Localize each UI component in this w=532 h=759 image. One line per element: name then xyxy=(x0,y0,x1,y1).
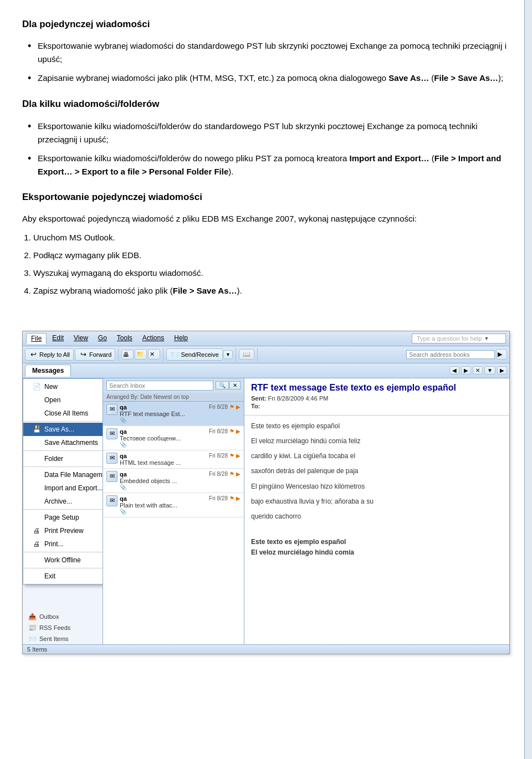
send-receive-arrow[interactable]: ▼ xyxy=(223,350,233,359)
msg-sender-3: qa xyxy=(120,453,127,459)
search-go-button[interactable]: 🔍 xyxy=(216,381,229,389)
msg-header-1: qa Fri 8/28 ⚑ ▶ xyxy=(120,404,241,411)
menu-edit[interactable]: Edit xyxy=(48,333,68,344)
send-receive-dropdown[interactable]: 📨 Send/Receive ▼ xyxy=(166,348,232,361)
dd-data-file-mgmt[interactable]: Data File Management... xyxy=(23,468,103,481)
menu-actions[interactable]: Actions xyxy=(138,333,168,344)
search-inbox-bar: 🔍 ✕ xyxy=(103,378,244,393)
dd-sep-3 xyxy=(23,466,103,467)
search-clear-button[interactable]: ✕ xyxy=(229,381,241,389)
page-setup-icon xyxy=(32,513,41,522)
dd-page-setup-label: Page Setup xyxy=(44,514,79,521)
msg-to: To: xyxy=(251,403,503,409)
heading-single: Dla pojedynczej wiadomości xyxy=(22,17,510,32)
nav-folder-list: 📤 Outbox 📰 RSS Feeds 📨 Sent Items xyxy=(23,611,103,644)
forward-label: Forward xyxy=(89,351,111,358)
forward-button[interactable]: ↪ Forward xyxy=(75,348,115,361)
msg-icon-4: ✉ xyxy=(106,471,117,482)
dd-save-attachments-left: Save Attachments xyxy=(32,438,98,447)
step-2: Podłącz wymagany plik EDB. xyxy=(33,249,510,262)
msg-content-2: qa Fri 8/28 ⚑ ▶ Тестовое сообщени... 📎 xyxy=(120,428,241,448)
dd-new[interactable]: 📄 New ▶ xyxy=(23,380,103,393)
tab-icon-2[interactable]: ▶ xyxy=(461,366,471,375)
dd-save-as[interactable]: 💾 Save As... xyxy=(23,423,103,436)
msg-sender-4: qa xyxy=(120,471,127,478)
dd-exit[interactable]: Exit xyxy=(23,570,103,583)
search-address-input[interactable] xyxy=(409,351,481,358)
dd-import-export[interactable]: Import and Export... xyxy=(23,481,103,495)
tab-icon-4[interactable]: ▼ xyxy=(484,366,495,375)
message-item-5[interactable]: ✉ qa Fri 8/28 ⚑ ▶ Plain text with attac.… xyxy=(103,493,244,517)
menu-view[interactable]: View xyxy=(69,333,93,344)
msg-header-right-3: Fri 8/28 ⚑ ▶ xyxy=(209,453,241,459)
tb-icon-3[interactable]: ✕ xyxy=(148,349,160,360)
dd-save-attachments[interactable]: Save Attachments ▶ xyxy=(23,436,103,449)
step-4: Zapisz wybraną wiadomość jako plik (File… xyxy=(33,284,510,298)
msg-header-3: qa Fri 8/28 ⚑ ▶ xyxy=(120,453,241,459)
tb-icon-2[interactable]: 📁 xyxy=(135,349,147,360)
message-item-4[interactable]: ✉ qa Fri 8/28 ⚑ ▶ Embedded objects ... 📎 xyxy=(103,469,244,493)
menu-tools[interactable]: Tools xyxy=(112,333,137,344)
dd-page-setup-left: Page Setup xyxy=(32,513,79,522)
dd-work-offline[interactable]: Work Offline xyxy=(23,553,103,567)
dd-archive[interactable]: Archive... xyxy=(23,495,103,508)
message-item-1[interactable]: ✉ qa Fri 8/28 ⚑ ▶ RTF text message Est..… xyxy=(103,402,244,426)
sent-value: Fri 8/28/2009 4:46 PM xyxy=(268,395,329,402)
folder-sent[interactable]: 📨 Sent Items xyxy=(23,633,103,644)
save-attach-icon xyxy=(32,438,41,447)
msg-header-4: qa Fri 8/28 ⚑ ▶ xyxy=(120,471,241,478)
tb-icon-1[interactable]: 🖶 xyxy=(121,350,134,360)
menu-file[interactable]: File xyxy=(26,333,47,344)
send-receive-btn[interactable]: 📨 Send/Receive xyxy=(166,348,223,361)
folder-outbox[interactable]: 📤 Outbox xyxy=(23,611,103,622)
dd-print[interactable]: 🖨 Print... Ctrl+P xyxy=(23,537,103,551)
bullet-text-1: Eksportowanie wybranej wiadomości do sta… xyxy=(38,39,510,66)
msg-subject-1: RTF text message Est... xyxy=(120,411,241,417)
dd-open[interactable]: Open ▶ xyxy=(23,393,103,407)
address-book-btn[interactable]: 📖 xyxy=(239,349,254,360)
toolbar-sep-4 xyxy=(257,348,258,361)
folder-rss[interactable]: 📰 RSS Feeds xyxy=(23,622,103,633)
dd-data-file-mgmt-label: Data File Management... xyxy=(44,471,103,479)
flag-2: ⚑ xyxy=(229,428,234,434)
msg-header-2: qa Fri 8/28 ⚑ ▶ xyxy=(120,428,241,435)
message-item-3[interactable]: ✉ qa Fri 8/28 ⚑ ▶ HTML text message ... xyxy=(103,450,244,469)
message-item-2[interactable]: ✉ qa Fri 8/28 ⚑ ▶ Тестовое сообщени... 📎 xyxy=(103,426,244,450)
msg-body-line-7: querido cachorro xyxy=(251,511,503,522)
three-panel-layout: 📄 New ▶ Open ▶ Close All Items xyxy=(23,378,509,644)
outlook-menu-bar: File Edit View Go Tools Actions Help Typ… xyxy=(23,331,509,346)
dd-archive-left: Archive... xyxy=(32,497,72,506)
msg-sender-5: qa xyxy=(120,495,127,502)
outlook-screenshot: File Edit View Go Tools Actions Help Typ… xyxy=(22,331,510,654)
flag-1: ⚑ xyxy=(229,404,234,410)
help-search-box[interactable]: Type a question for help ▼ xyxy=(412,334,506,343)
messages-tab[interactable]: Messages xyxy=(25,365,71,377)
dd-folder[interactable]: Folder ▶ xyxy=(23,452,103,465)
arranged-by-text: Arranged By: Date Newest on top xyxy=(106,394,189,400)
msg-attach-5: 📎 xyxy=(120,509,241,515)
msg-attach-2: 📎 xyxy=(120,442,241,448)
menu-go[interactable]: Go xyxy=(94,333,111,344)
search-address-box[interactable] xyxy=(406,350,495,359)
tab-icon-5[interactable]: ▶ xyxy=(497,366,507,375)
search-address-go[interactable]: ▶ xyxy=(496,349,507,360)
dd-print-preview[interactable]: 🖨 Print Preview xyxy=(23,524,103,537)
message-list: ✉ qa Fri 8/28 ⚑ ▶ RTF text message Est..… xyxy=(103,402,244,644)
search-inbox-input[interactable] xyxy=(106,381,213,391)
menu-help[interactable]: Help xyxy=(170,333,192,344)
status-text: 5 Items xyxy=(27,646,47,653)
tab-icon-1[interactable]: ◀ xyxy=(449,366,459,375)
flag-4: ⚑ xyxy=(229,471,234,477)
tab-icon-3[interactable]: ✕ xyxy=(473,366,483,375)
msg-body-line-3: cardillo y kiwi. La cigüeña tocaba el xyxy=(251,451,503,461)
arrow-3: ▶ xyxy=(236,453,241,459)
dd-work-offline-left: Work Offline xyxy=(32,556,81,565)
dd-page-setup[interactable]: Page Setup ▶ xyxy=(23,511,103,524)
bullet-text-2: Zapisanie wybranej wiadomości jako plik … xyxy=(38,71,503,85)
dd-data-file-mgmt-left: Data File Management... xyxy=(32,470,103,479)
send-receive-icon: 📨 xyxy=(170,350,179,359)
msg-icon-1: ✉ xyxy=(106,404,117,415)
outlook-status-bar: 5 Items xyxy=(23,644,509,654)
reply-all-button[interactable]: ↩ Reply to All xyxy=(25,348,74,361)
dd-close-all[interactable]: Close All Items xyxy=(23,407,103,420)
